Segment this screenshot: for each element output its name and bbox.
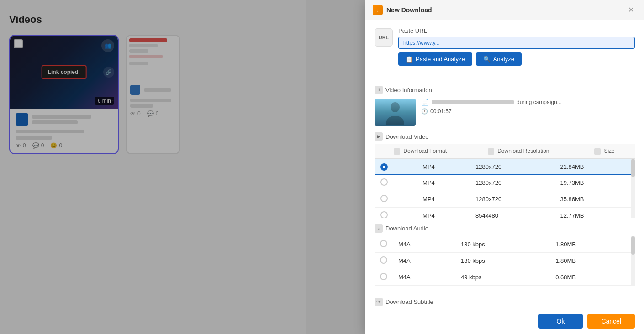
table-header-row: Download Format Download Resolution Size	[375, 144, 635, 158]
audio-table-scroll[interactable]: M4A 130 kbps 1.80MB M4A 130 kbps	[375, 236, 635, 286]
video-meta-row: 📄 during campaign... 🕐 00:01:57	[375, 99, 635, 126]
video-info-section: ℹ Video Information 📄	[375, 79, 635, 126]
paste-analyze-label: Paste and Analyze	[416, 56, 465, 63]
video-title-blur	[432, 100, 514, 104]
size-cell: 1.80MB	[550, 252, 635, 269]
audio-download-table: M4A 130 kbps 1.80MB M4A 130 kbps	[375, 236, 635, 286]
dialog-logo: ↓	[373, 5, 383, 15]
format-cell: MP4	[417, 207, 470, 218]
download-audio-label: Download Audio	[385, 225, 428, 232]
video-table-scroll[interactable]: MP4 1280x720 21.84MB MP4 1280x720	[375, 159, 635, 218]
scroll-track	[631, 159, 635, 218]
paste-icon: 📋	[406, 56, 413, 63]
analyze-icon: 🔍	[483, 56, 491, 63]
format-icon	[394, 148, 400, 155]
size-cell: 19.73MB	[554, 174, 634, 191]
audio-table-container: M4A 130 kbps 1.80MB M4A 130 kbps	[375, 236, 635, 286]
table-row[interactable]: M4A 130 kbps 1.80MB	[375, 236, 635, 253]
analyze-button[interactable]: 🔍 Analyze	[476, 52, 522, 66]
table-head: Download Format Download Resolution Size	[375, 144, 635, 158]
video-download-icon: ▶	[375, 132, 383, 141]
ok-button[interactable]: Ok	[538, 314, 583, 329]
resolution-cell: 854x480	[470, 207, 554, 218]
th-radio	[375, 144, 388, 158]
quality-cell: 49 kbps	[455, 269, 550, 285]
url-icon: URL	[375, 28, 393, 47]
document-icon: 📄	[421, 99, 429, 106]
video-download-table: Download Format Download Resolution Size	[375, 144, 635, 159]
resolution-cell: 1280x720	[470, 159, 554, 174]
info-icon: ℹ	[375, 86, 383, 94]
person-svg	[384, 100, 406, 125]
size-icon	[594, 148, 601, 155]
radio-cell[interactable]	[375, 174, 417, 191]
table-row[interactable]: M4A 49 kbps 0.68MB	[375, 269, 635, 285]
table-row[interactable]: MP4 1280x720 21.84MB	[375, 159, 635, 174]
divider-1	[375, 73, 635, 73]
dialog-title-row: ↓ New Download	[373, 5, 432, 15]
radio-cell[interactable]	[375, 252, 393, 269]
table-row[interactable]: M4A 130 kbps 1.80MB	[375, 252, 635, 269]
video-thumbnail	[375, 99, 416, 126]
format-cell: M4A	[393, 236, 455, 253]
radio-inner	[383, 166, 385, 168]
dialog-header: ↓ New Download ✕	[365, 0, 644, 20]
size-cell: 35.86MB	[554, 191, 634, 207]
radio-unselected[interactable]	[380, 273, 387, 280]
radio-unselected[interactable]	[380, 240, 387, 247]
size-cell: 1.80MB	[550, 236, 635, 253]
dialog-title: New Download	[386, 6, 432, 14]
dialog-footer: Ok Cancel	[365, 308, 644, 334]
th-size: Size	[589, 144, 635, 158]
paste-and-analyze-button[interactable]: 📋 Paste and Analyze	[398, 52, 472, 66]
radio-unselected[interactable]	[380, 256, 387, 264]
clock-icon: 🕐	[421, 108, 428, 115]
radio-selected[interactable]	[380, 163, 388, 171]
radio-cell[interactable]	[375, 269, 393, 285]
radio-unselected[interactable]	[380, 178, 388, 186]
audio-download-icon: ♪	[375, 224, 383, 233]
download-audio-title-row: ♪ Download Audio	[375, 224, 635, 233]
download-audio-section: ♪ Download Audio M4A	[375, 224, 635, 286]
table-row[interactable]: MP4 854x480 12.77MB	[375, 207, 635, 218]
audio-table-body: M4A 130 kbps 1.80MB M4A 130 kbps	[375, 236, 635, 286]
video-info-label: Video Information	[385, 87, 432, 94]
audio-scroll-track	[631, 236, 635, 286]
url-section: Paste URL https://www.y... 📋 Paste and A…	[398, 27, 635, 66]
radio-unselected[interactable]	[380, 195, 388, 202]
audio-scroll-thumb[interactable]	[631, 236, 635, 255]
video-download-table-body: MP4 1280x720 21.84MB MP4 1280x720	[375, 159, 635, 218]
radio-cell[interactable]	[375, 207, 417, 218]
video-meta-details: 📄 during campaign... 🕐 00:01:57	[421, 99, 635, 115]
radio-cell[interactable]	[375, 191, 417, 207]
cancel-button[interactable]: Cancel	[587, 314, 635, 329]
format-cell: MP4	[417, 191, 470, 207]
table-row[interactable]: MP4 1280x720 19.73MB	[375, 174, 635, 191]
format-cell: MP4	[417, 174, 470, 191]
video-duration-row: 🕐 00:01:57	[421, 108, 635, 115]
quality-cell: 130 kbps	[455, 236, 550, 253]
close-button[interactable]: ✕	[625, 5, 637, 15]
video-table-body: MP4 1280x720 21.84MB MP4 1280x720	[375, 159, 635, 218]
download-subtitle-label: Download Subtitle	[385, 298, 433, 305]
video-table-container: Download Format Download Resolution Size	[375, 144, 635, 218]
size-cell: 12.77MB	[554, 207, 634, 218]
radio-cell[interactable]	[375, 159, 417, 174]
video-title-suffix: during campaign...	[517, 99, 562, 105]
scroll-thumb[interactable]	[631, 159, 635, 177]
radio-cell[interactable]	[375, 236, 393, 253]
svg-point-0	[391, 102, 400, 112]
paste-url-section: URL Paste URL https://www.y... 📋 Paste a…	[375, 27, 635, 66]
format-cell: M4A	[393, 252, 455, 269]
thumb-person	[375, 99, 416, 126]
resolution-icon	[488, 148, 494, 155]
subtitle-title-row: CC Download Subtitle	[375, 298, 635, 306]
download-video-label: Download Video	[385, 133, 428, 140]
button-row: 📋 Paste and Analyze 🔍 Analyze	[398, 52, 635, 66]
radio-unselected[interactable]	[380, 211, 388, 218]
format-cell: MP4	[417, 159, 470, 174]
download-subtitle-section: CC Download Subtitle Original Subtitles …	[375, 292, 635, 308]
url-display: https://www.y...	[398, 37, 635, 49]
table-row[interactable]: MP4 1280x720 35.86MB	[375, 191, 635, 207]
analyze-label: Analyze	[493, 56, 514, 63]
